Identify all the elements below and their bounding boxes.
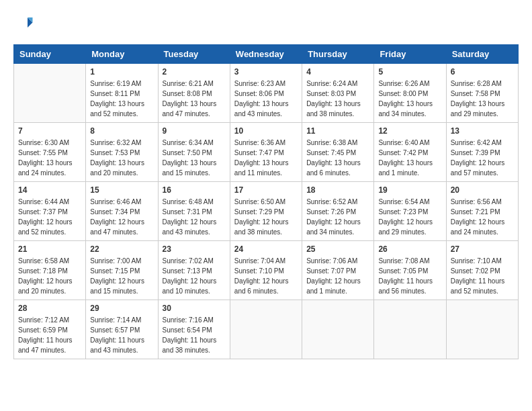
day-info-line: Daylight: 13 hours <box>306 100 361 107</box>
day-info-line: Daylight: 11 hours <box>163 336 217 344</box>
day-info-line: Sunrise: 7:04 AM <box>234 257 285 265</box>
day-info-line: and 34 minutes. <box>306 228 354 236</box>
day-info-line: Sunrise: 6:50 AM <box>234 198 285 205</box>
day-info-line: and 47 minutes. <box>90 228 138 236</box>
day-number: 2 <box>163 67 226 77</box>
logo-icon <box>13 13 34 34</box>
day-number: 7 <box>18 126 81 136</box>
day-info-line: Daylight: 13 hours <box>378 100 433 107</box>
day-info-line: Sunrise: 6:32 AM <box>90 139 141 146</box>
day-info-line: Sunset: 7:42 PM <box>378 149 428 156</box>
day-info-line: Daylight: 13 hours <box>234 100 289 107</box>
day-number: 19 <box>378 185 441 195</box>
day-info-line: Daylight: 12 hours <box>163 218 217 226</box>
day-info-line: Sunrise: 6:21 AM <box>163 80 214 87</box>
calendar-cell: 16Sunrise: 6:48 AMSunset: 7:31 PMDayligh… <box>158 182 230 241</box>
day-info-line: Sunset: 6:59 PM <box>18 326 68 334</box>
day-info-line: Daylight: 12 hours <box>90 277 144 285</box>
calendar-cell: 25Sunrise: 7:06 AMSunset: 7:07 PMDayligh… <box>302 241 374 300</box>
day-number: 15 <box>90 185 153 195</box>
day-number: 4 <box>306 67 369 77</box>
day-info-line: Daylight: 12 hours <box>451 159 505 167</box>
day-number: 5 <box>378 67 441 77</box>
day-info-line: Sunrise: 6:36 AM <box>234 139 285 146</box>
page-header <box>13 13 519 34</box>
calendar-cell: 19Sunrise: 6:54 AMSunset: 7:23 PMDayligh… <box>374 182 446 241</box>
day-info-line: Sunset: 7:26 PM <box>306 208 356 216</box>
calendar-cell <box>230 300 302 359</box>
day-info: Sunrise: 6:50 AMSunset: 7:29 PMDaylight:… <box>234 197 298 237</box>
day-info-line: Sunset: 7:29 PM <box>234 208 284 216</box>
day-info-line: Sunset: 7:55 PM <box>18 149 68 156</box>
day-info: Sunrise: 7:10 AMSunset: 7:02 PMDaylight:… <box>451 256 514 296</box>
calendar-cell: 30Sunrise: 7:16 AMSunset: 6:54 PMDayligh… <box>158 300 230 359</box>
calendar-cell: 29Sunrise: 7:14 AMSunset: 6:57 PMDayligh… <box>86 300 158 359</box>
day-info-line: Sunrise: 7:10 AM <box>451 257 502 265</box>
day-info-line: Sunset: 7:31 PM <box>163 208 212 216</box>
calendar-week-row: 14Sunrise: 6:44 AMSunset: 7:37 PMDayligh… <box>14 182 519 241</box>
weekday-header-saturday: Saturday <box>446 45 518 64</box>
calendar-week-row: 21Sunrise: 6:58 AMSunset: 7:18 PMDayligh… <box>14 241 519 300</box>
day-info-line: Sunset: 7:18 PM <box>18 267 68 275</box>
calendar-cell: 22Sunrise: 7:00 AMSunset: 7:15 PMDayligh… <box>86 241 158 300</box>
day-info: Sunrise: 6:23 AMSunset: 8:06 PMDaylight:… <box>234 79 298 119</box>
day-info-line: and 38 minutes. <box>306 110 354 118</box>
calendar-cell: 27Sunrise: 7:10 AMSunset: 7:02 PMDayligh… <box>446 241 518 300</box>
day-info: Sunrise: 7:00 AMSunset: 7:15 PMDaylight:… <box>90 256 153 296</box>
day-number: 14 <box>18 185 81 195</box>
calendar-cell <box>302 300 374 359</box>
calendar-cell: 24Sunrise: 7:04 AMSunset: 7:10 PMDayligh… <box>230 241 302 300</box>
day-info-line: Sunrise: 6:24 AM <box>306 80 357 87</box>
day-number: 27 <box>451 244 514 254</box>
day-info-line: Sunset: 7:47 PM <box>234 149 284 156</box>
day-info-line: Sunset: 8:08 PM <box>163 90 212 97</box>
calendar-week-row: 7Sunrise: 6:30 AMSunset: 7:55 PMDaylight… <box>14 123 519 182</box>
calendar-cell: 1Sunrise: 6:19 AMSunset: 8:11 PMDaylight… <box>86 64 158 123</box>
weekday-header-wednesday: Wednesday <box>230 45 302 64</box>
day-info-line: Sunrise: 6:42 AM <box>451 139 502 146</box>
calendar-cell: 11Sunrise: 6:38 AMSunset: 7:45 PMDayligh… <box>302 123 374 182</box>
calendar-cell: 17Sunrise: 6:50 AMSunset: 7:29 PMDayligh… <box>230 182 302 241</box>
day-info-line: and 52 minutes. <box>90 110 138 118</box>
day-number: 16 <box>163 185 226 195</box>
day-info-line: Sunset: 6:54 PM <box>163 326 212 334</box>
day-info-line: and 52 minutes. <box>18 228 66 236</box>
day-info-line: Daylight: 13 hours <box>163 159 217 167</box>
day-info-line: Sunset: 7:50 PM <box>163 149 212 156</box>
day-info-line: Daylight: 12 hours <box>234 277 289 285</box>
day-info-line: Sunrise: 7:14 AM <box>90 316 141 324</box>
day-info-line: Sunset: 7:02 PM <box>451 267 500 275</box>
day-info-line: and 10 minutes. <box>163 287 210 295</box>
day-info-line: Daylight: 13 hours <box>451 100 505 107</box>
day-info-line: Sunrise: 6:46 AM <box>90 198 141 205</box>
calendar-cell: 23Sunrise: 7:02 AMSunset: 7:13 PMDayligh… <box>158 241 230 300</box>
day-info-line: and 47 minutes. <box>163 110 210 118</box>
day-info: Sunrise: 7:12 AMSunset: 6:59 PMDaylight:… <box>18 315 81 355</box>
day-info-line: Daylight: 12 hours <box>306 218 361 226</box>
day-info-line: and 43 minutes. <box>90 347 138 354</box>
day-number: 8 <box>90 126 153 136</box>
day-info-line: and 38 minutes. <box>163 347 210 354</box>
day-info-line: Sunrise: 7:00 AM <box>90 257 141 265</box>
day-number: 12 <box>378 126 441 136</box>
day-info-line: Sunrise: 6:26 AM <box>378 80 429 87</box>
day-info-line: Sunrise: 7:06 AM <box>306 257 357 265</box>
day-info: Sunrise: 6:54 AMSunset: 7:23 PMDaylight:… <box>378 197 441 237</box>
day-info: Sunrise: 7:16 AMSunset: 6:54 PMDaylight:… <box>163 315 226 355</box>
day-number: 11 <box>306 126 369 136</box>
day-number: 10 <box>234 126 298 136</box>
day-info-line: Sunrise: 6:54 AM <box>378 198 429 205</box>
day-info: Sunrise: 6:56 AMSunset: 7:21 PMDaylight:… <box>451 197 514 237</box>
day-info: Sunrise: 6:58 AMSunset: 7:18 PMDaylight:… <box>18 256 81 296</box>
day-info: Sunrise: 6:36 AMSunset: 7:47 PMDaylight:… <box>234 138 298 178</box>
day-info-line: Sunrise: 7:16 AM <box>163 316 214 324</box>
day-info-line: Sunset: 7:34 PM <box>90 208 140 216</box>
day-info-line: Sunrise: 6:44 AM <box>18 198 69 205</box>
day-info-line: Sunrise: 7:02 AM <box>163 257 214 265</box>
calendar-cell: 12Sunrise: 6:40 AMSunset: 7:42 PMDayligh… <box>374 123 446 182</box>
day-info-line: Sunrise: 6:40 AM <box>378 139 429 146</box>
day-info-line: and 1 minute. <box>306 287 347 295</box>
day-info-line: Sunrise: 6:56 AM <box>451 198 502 205</box>
day-info-line: Sunrise: 6:28 AM <box>451 80 502 87</box>
calendar-cell <box>446 300 518 359</box>
